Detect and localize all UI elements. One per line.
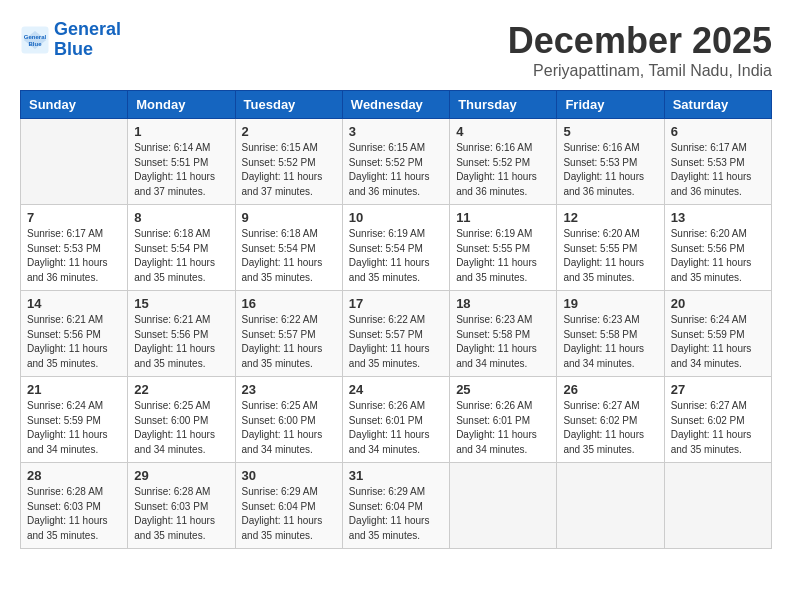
calendar-cell: 14Sunrise: 6:21 AMSunset: 5:56 PMDayligh… <box>21 291 128 377</box>
calendar-week-row: 7Sunrise: 6:17 AMSunset: 5:53 PMDaylight… <box>21 205 772 291</box>
day-sun-info: Sunrise: 6:18 AMSunset: 5:54 PMDaylight:… <box>134 227 228 285</box>
day-sun-info: Sunrise: 6:26 AMSunset: 6:01 PMDaylight:… <box>456 399 550 457</box>
day-sun-info: Sunrise: 6:28 AMSunset: 6:03 PMDaylight:… <box>134 485 228 543</box>
calendar-cell: 20Sunrise: 6:24 AMSunset: 5:59 PMDayligh… <box>664 291 771 377</box>
calendar-week-row: 14Sunrise: 6:21 AMSunset: 5:56 PMDayligh… <box>21 291 772 377</box>
day-sun-info: Sunrise: 6:24 AMSunset: 5:59 PMDaylight:… <box>27 399 121 457</box>
calendar-cell: 3Sunrise: 6:15 AMSunset: 5:52 PMDaylight… <box>342 119 449 205</box>
day-sun-info: Sunrise: 6:20 AMSunset: 5:55 PMDaylight:… <box>563 227 657 285</box>
day-sun-info: Sunrise: 6:15 AMSunset: 5:52 PMDaylight:… <box>349 141 443 199</box>
calendar-cell: 2Sunrise: 6:15 AMSunset: 5:52 PMDaylight… <box>235 119 342 205</box>
day-sun-info: Sunrise: 6:18 AMSunset: 5:54 PMDaylight:… <box>242 227 336 285</box>
day-number: 21 <box>27 382 121 397</box>
day-sun-info: Sunrise: 6:22 AMSunset: 5:57 PMDaylight:… <box>349 313 443 371</box>
weekday-header: Friday <box>557 91 664 119</box>
day-number: 9 <box>242 210 336 225</box>
calendar-cell: 7Sunrise: 6:17 AMSunset: 5:53 PMDaylight… <box>21 205 128 291</box>
calendar-cell: 17Sunrise: 6:22 AMSunset: 5:57 PMDayligh… <box>342 291 449 377</box>
month-title: December 2025 <box>508 20 772 62</box>
calendar-cell: 13Sunrise: 6:20 AMSunset: 5:56 PMDayligh… <box>664 205 771 291</box>
day-number: 14 <box>27 296 121 311</box>
calendar-week-row: 21Sunrise: 6:24 AMSunset: 5:59 PMDayligh… <box>21 377 772 463</box>
day-sun-info: Sunrise: 6:17 AMSunset: 5:53 PMDaylight:… <box>27 227 121 285</box>
day-number: 7 <box>27 210 121 225</box>
day-number: 16 <box>242 296 336 311</box>
day-number: 4 <box>456 124 550 139</box>
calendar-cell <box>450 463 557 549</box>
calendar-cell: 10Sunrise: 6:19 AMSunset: 5:54 PMDayligh… <box>342 205 449 291</box>
day-sun-info: Sunrise: 6:25 AMSunset: 6:00 PMDaylight:… <box>134 399 228 457</box>
day-sun-info: Sunrise: 6:24 AMSunset: 5:59 PMDaylight:… <box>671 313 765 371</box>
day-sun-info: Sunrise: 6:28 AMSunset: 6:03 PMDaylight:… <box>27 485 121 543</box>
weekday-header-row: SundayMondayTuesdayWednesdayThursdayFrid… <box>21 91 772 119</box>
day-sun-info: Sunrise: 6:26 AMSunset: 6:01 PMDaylight:… <box>349 399 443 457</box>
day-number: 11 <box>456 210 550 225</box>
day-sun-info: Sunrise: 6:15 AMSunset: 5:52 PMDaylight:… <box>242 141 336 199</box>
calendar-cell: 26Sunrise: 6:27 AMSunset: 6:02 PMDayligh… <box>557 377 664 463</box>
calendar-cell: 27Sunrise: 6:27 AMSunset: 6:02 PMDayligh… <box>664 377 771 463</box>
calendar-cell: 24Sunrise: 6:26 AMSunset: 6:01 PMDayligh… <box>342 377 449 463</box>
calendar-cell <box>664 463 771 549</box>
calendar-cell: 21Sunrise: 6:24 AMSunset: 5:59 PMDayligh… <box>21 377 128 463</box>
day-sun-info: Sunrise: 6:29 AMSunset: 6:04 PMDaylight:… <box>349 485 443 543</box>
day-sun-info: Sunrise: 6:29 AMSunset: 6:04 PMDaylight:… <box>242 485 336 543</box>
logo-text: General Blue <box>54 20 121 60</box>
day-number: 29 <box>134 468 228 483</box>
day-number: 22 <box>134 382 228 397</box>
weekday-header: Monday <box>128 91 235 119</box>
logo: General Blue General Blue <box>20 20 121 60</box>
weekday-header: Saturday <box>664 91 771 119</box>
calendar-cell: 15Sunrise: 6:21 AMSunset: 5:56 PMDayligh… <box>128 291 235 377</box>
day-number: 8 <box>134 210 228 225</box>
day-number: 28 <box>27 468 121 483</box>
day-sun-info: Sunrise: 6:23 AMSunset: 5:58 PMDaylight:… <box>563 313 657 371</box>
day-number: 3 <box>349 124 443 139</box>
svg-text:Blue: Blue <box>28 41 42 47</box>
day-number: 6 <box>671 124 765 139</box>
day-sun-info: Sunrise: 6:16 AMSunset: 5:53 PMDaylight:… <box>563 141 657 199</box>
calendar-cell: 12Sunrise: 6:20 AMSunset: 5:55 PMDayligh… <box>557 205 664 291</box>
calendar-cell: 18Sunrise: 6:23 AMSunset: 5:58 PMDayligh… <box>450 291 557 377</box>
day-sun-info: Sunrise: 6:19 AMSunset: 5:54 PMDaylight:… <box>349 227 443 285</box>
calendar-cell: 23Sunrise: 6:25 AMSunset: 6:00 PMDayligh… <box>235 377 342 463</box>
day-number: 25 <box>456 382 550 397</box>
calendar-cell: 5Sunrise: 6:16 AMSunset: 5:53 PMDaylight… <box>557 119 664 205</box>
calendar-cell: 4Sunrise: 6:16 AMSunset: 5:52 PMDaylight… <box>450 119 557 205</box>
day-sun-info: Sunrise: 6:20 AMSunset: 5:56 PMDaylight:… <box>671 227 765 285</box>
calendar-cell: 29Sunrise: 6:28 AMSunset: 6:03 PMDayligh… <box>128 463 235 549</box>
day-number: 24 <box>349 382 443 397</box>
svg-text:General: General <box>24 33 47 39</box>
day-sun-info: Sunrise: 6:21 AMSunset: 5:56 PMDaylight:… <box>134 313 228 371</box>
calendar-cell: 1Sunrise: 6:14 AMSunset: 5:51 PMDaylight… <box>128 119 235 205</box>
day-number: 26 <box>563 382 657 397</box>
calendar-cell: 19Sunrise: 6:23 AMSunset: 5:58 PMDayligh… <box>557 291 664 377</box>
calendar-cell: 30Sunrise: 6:29 AMSunset: 6:04 PMDayligh… <box>235 463 342 549</box>
weekday-header: Tuesday <box>235 91 342 119</box>
day-number: 5 <box>563 124 657 139</box>
day-sun-info: Sunrise: 6:27 AMSunset: 6:02 PMDaylight:… <box>563 399 657 457</box>
day-number: 10 <box>349 210 443 225</box>
calendar-cell: 28Sunrise: 6:28 AMSunset: 6:03 PMDayligh… <box>21 463 128 549</box>
day-sun-info: Sunrise: 6:21 AMSunset: 5:56 PMDaylight:… <box>27 313 121 371</box>
day-number: 30 <box>242 468 336 483</box>
day-number: 17 <box>349 296 443 311</box>
day-sun-info: Sunrise: 6:19 AMSunset: 5:55 PMDaylight:… <box>456 227 550 285</box>
day-sun-info: Sunrise: 6:17 AMSunset: 5:53 PMDaylight:… <box>671 141 765 199</box>
day-number: 20 <box>671 296 765 311</box>
calendar-week-row: 28Sunrise: 6:28 AMSunset: 6:03 PMDayligh… <box>21 463 772 549</box>
weekday-header: Wednesday <box>342 91 449 119</box>
calendar-cell: 25Sunrise: 6:26 AMSunset: 6:01 PMDayligh… <box>450 377 557 463</box>
calendar-week-row: 1Sunrise: 6:14 AMSunset: 5:51 PMDaylight… <box>21 119 772 205</box>
calendar-cell: 8Sunrise: 6:18 AMSunset: 5:54 PMDaylight… <box>128 205 235 291</box>
calendar-cell: 16Sunrise: 6:22 AMSunset: 5:57 PMDayligh… <box>235 291 342 377</box>
day-number: 31 <box>349 468 443 483</box>
day-number: 13 <box>671 210 765 225</box>
day-sun-info: Sunrise: 6:14 AMSunset: 5:51 PMDaylight:… <box>134 141 228 199</box>
calendar-cell: 22Sunrise: 6:25 AMSunset: 6:00 PMDayligh… <box>128 377 235 463</box>
calendar-cell <box>557 463 664 549</box>
day-number: 18 <box>456 296 550 311</box>
calendar-cell: 11Sunrise: 6:19 AMSunset: 5:55 PMDayligh… <box>450 205 557 291</box>
title-block: December 2025 Periyapattinam, Tamil Nadu… <box>508 20 772 80</box>
day-sun-info: Sunrise: 6:25 AMSunset: 6:00 PMDaylight:… <box>242 399 336 457</box>
day-number: 15 <box>134 296 228 311</box>
